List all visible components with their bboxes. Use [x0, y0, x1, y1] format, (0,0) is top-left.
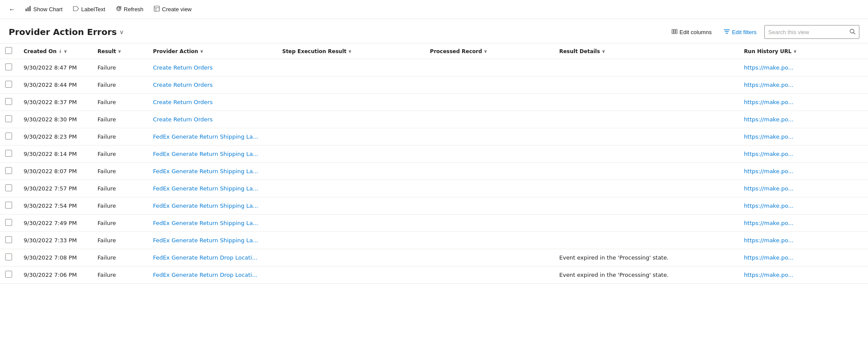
row-checkbox[interactable] [5, 236, 12, 243]
cell-processed-record [425, 128, 554, 146]
edit-columns-button[interactable]: Edit columns [667, 25, 716, 39]
cell-provider-action[interactable]: Create Return Orders [148, 76, 277, 94]
row-checkbox[interactable] [5, 184, 12, 191]
col-header-provider-action[interactable]: Provider Action ∨ [148, 44, 277, 59]
provider-action-link[interactable]: FedEx Generate Return Drop Locati... [153, 272, 257, 278]
cell-provider-action[interactable]: FedEx Generate Return Shipping La... [148, 215, 277, 232]
select-all-checkbox[interactable] [5, 47, 12, 54]
cell-run-history-url[interactable]: https://make.po... [739, 59, 868, 76]
row-checkbox[interactable] [5, 150, 12, 157]
show-chart-button[interactable]: Show Chart [21, 3, 67, 16]
run-history-link[interactable]: https://make.po... [744, 116, 794, 123]
run-history-link[interactable]: https://make.po... [744, 133, 794, 140]
cell-provider-action[interactable]: FedEx Generate Return Shipping La... [148, 128, 277, 146]
run-history-link[interactable]: https://make.po... [744, 168, 794, 174]
create-view-button[interactable]: Create view [149, 3, 196, 16]
svg-line-10 [854, 32, 855, 34]
provider-action-link[interactable]: Create Return Orders [153, 64, 212, 71]
cell-created-on: 9/30/2022 7:33 PM [19, 232, 92, 249]
provider-action-link[interactable]: Create Return Orders [153, 116, 212, 123]
col-header-processed-record[interactable]: Processed Record ∨ [425, 44, 554, 59]
cell-processed-record [425, 111, 554, 128]
provider-action-link[interactable]: FedEx Generate Return Shipping La... [153, 151, 258, 157]
provider-action-link[interactable]: FedEx Generate Return Shipping La... [153, 220, 258, 226]
cell-processed-record [425, 163, 554, 180]
cell-provider-action[interactable]: FedEx Generate Return Shipping La... [148, 197, 277, 215]
col-header-result-details[interactable]: Result Details ∨ [554, 44, 739, 59]
row-checkbox[interactable] [5, 219, 12, 226]
search-box[interactable] [764, 25, 859, 39]
provider-action-link[interactable]: FedEx Generate Return Shipping La... [153, 185, 258, 192]
cell-step-execution [277, 146, 424, 163]
cell-run-history-url[interactable]: https://make.po... [739, 94, 868, 111]
row-checkbox[interactable] [5, 167, 12, 174]
provider-action-link[interactable]: FedEx Generate Return Shipping La... [153, 203, 258, 209]
provider-action-link[interactable]: FedEx Generate Return Shipping La... [153, 133, 258, 140]
cell-run-history-url[interactable]: https://make.po... [739, 266, 868, 284]
provider-action-link[interactable]: Create Return Orders [153, 82, 212, 88]
cell-result: Failure [92, 59, 148, 76]
row-checkbox[interactable] [5, 81, 12, 88]
provider-action-link[interactable]: Create Return Orders [153, 99, 212, 105]
edit-filters-button[interactable]: Edit filters [719, 25, 761, 39]
row-checkbox[interactable] [5, 253, 12, 260]
row-checkbox[interactable] [5, 63, 12, 70]
table-row: 9/30/2022 7:57 PMFailureFedEx Generate R… [0, 180, 868, 197]
run-history-link[interactable]: https://make.po... [744, 237, 794, 244]
row-checkbox[interactable] [5, 271, 12, 278]
run-history-link[interactable]: https://make.po... [744, 185, 794, 192]
cell-provider-action[interactable]: Create Return Orders [148, 94, 277, 111]
run-history-link[interactable]: https://make.po... [744, 220, 794, 226]
refresh-button[interactable]: Refresh [111, 3, 148, 16]
cell-run-history-url[interactable]: https://make.po... [739, 249, 868, 266]
cell-provider-action[interactable]: FedEx Generate Return Drop Locati... [148, 266, 277, 284]
row-checkbox[interactable] [5, 202, 12, 209]
run-history-link[interactable]: https://make.po... [744, 82, 794, 88]
cell-run-history-url[interactable]: https://make.po... [739, 163, 868, 180]
cell-created-on: 9/30/2022 8:14 PM [19, 146, 92, 163]
cell-provider-action[interactable]: Create Return Orders [148, 111, 277, 128]
cell-run-history-url[interactable]: https://make.po... [739, 76, 868, 94]
back-button[interactable]: ← [5, 3, 19, 16]
cell-provider-action[interactable]: Create Return Orders [148, 59, 277, 76]
cell-provider-action[interactable]: FedEx Generate Return Shipping La... [148, 180, 277, 197]
cell-run-history-url[interactable]: https://make.po... [739, 111, 868, 128]
row-checkbox[interactable] [5, 133, 12, 139]
col-header-step-execution[interactable]: Step Execution Result ∨ [277, 44, 424, 59]
row-checkbox[interactable] [5, 115, 12, 122]
run-history-link[interactable]: https://make.po... [744, 254, 794, 261]
cell-result-details [554, 59, 739, 76]
cell-provider-action[interactable]: FedEx Generate Return Shipping La... [148, 232, 277, 249]
cell-provider-action[interactable]: FedEx Generate Return Drop Locati... [148, 249, 277, 266]
cell-run-history-url[interactable]: https://make.po... [739, 215, 868, 232]
col-header-result[interactable]: Result ∨ [92, 44, 148, 59]
edit-filters-label: Edit filters [732, 29, 757, 35]
run-history-link[interactable]: https://make.po... [744, 64, 794, 71]
provider-action-link[interactable]: FedEx Generate Return Shipping La... [153, 168, 258, 174]
cell-run-history-url[interactable]: https://make.po... [739, 128, 868, 146]
cell-step-execution [277, 94, 424, 111]
run-history-link[interactable]: https://make.po... [744, 272, 794, 278]
col-header-run-history-url[interactable]: Run History URL ∨ [739, 44, 868, 59]
cell-run-history-url[interactable]: https://make.po... [739, 146, 868, 163]
col-header-created-on[interactable]: Created On ↓ ∨ [19, 44, 92, 59]
label-text-button[interactable]: LabelText [69, 3, 110, 16]
row-checkbox[interactable] [5, 98, 12, 105]
cell-run-history-url[interactable]: https://make.po... [739, 197, 868, 215]
search-icon [849, 29, 855, 36]
provider-action-link[interactable]: FedEx Generate Return Drop Locati... [153, 254, 257, 261]
row-checkbox-cell [0, 215, 19, 232]
cell-run-history-url[interactable]: https://make.po... [739, 180, 868, 197]
cell-provider-action[interactable]: FedEx Generate Return Shipping La... [148, 146, 277, 163]
title-dropdown-icon[interactable]: ∨ [119, 29, 124, 35]
run-history-link[interactable]: https://make.po... [744, 151, 794, 157]
run-history-link[interactable]: https://make.po... [744, 99, 794, 105]
cell-processed-record [425, 197, 554, 215]
provider-action-link[interactable]: FedEx Generate Return Shipping La... [153, 237, 258, 244]
run-history-link[interactable]: https://make.po... [744, 203, 794, 209]
svg-rect-1 [28, 7, 29, 11]
cell-provider-action[interactable]: FedEx Generate Return Shipping La... [148, 163, 277, 180]
search-input[interactable] [768, 29, 847, 35]
cell-run-history-url[interactable]: https://make.po... [739, 232, 868, 249]
cell-step-execution [277, 249, 424, 266]
